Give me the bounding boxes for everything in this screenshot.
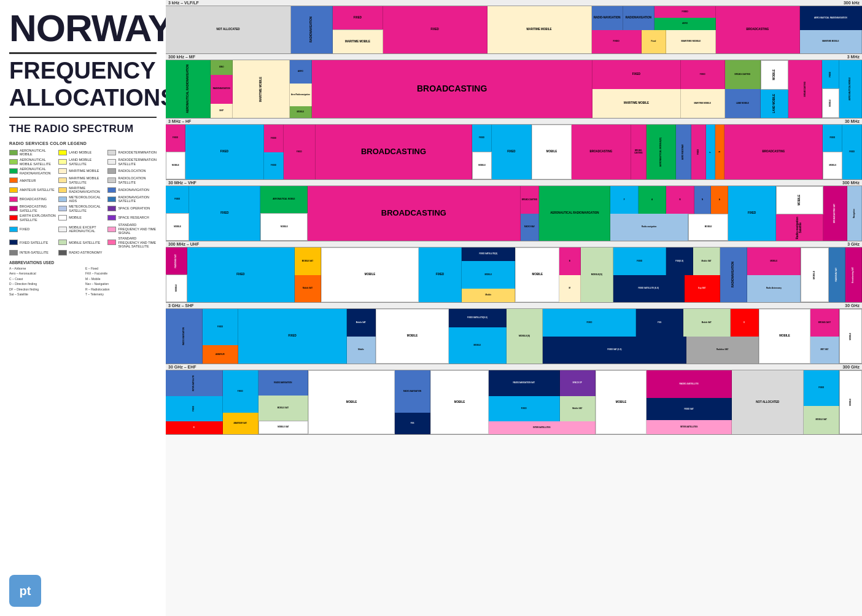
hf-label-mobile1: MOBILE bbox=[546, 150, 558, 154]
vhf-label-broadcasting: BROADCASTING bbox=[381, 208, 447, 218]
uhf-seg-radioloc: RADIONAVIGATION bbox=[720, 248, 747, 302]
uhf-seg-mobile-sat: MOBILE(S) bbox=[581, 248, 613, 302]
vhf-label-broad-rm: Radio-navigation Satellite bbox=[796, 214, 803, 241]
legend-item-mobile-sat: MOBILE SATELLITE bbox=[58, 236, 105, 249]
hf-label-fixed1: FIXED bbox=[220, 150, 229, 154]
legend-color-std-freq-sat bbox=[107, 240, 116, 245]
mf-label-mobile1: MOBILE bbox=[772, 69, 777, 81]
hf-label-broad3: BROAD-CASTING bbox=[631, 149, 646, 155]
uhf-seg-mobile-sat-c: Mobile SAT bbox=[693, 248, 720, 275]
vlf-col-rightmost: AERO-NAUTICAL RADIONAVIGATION MARITIME M… bbox=[800, 6, 862, 53]
vhf-seg-navigation: Navigation bbox=[847, 186, 862, 241]
shf-row-bot: FIXED SAT (E-S) Radioloc SAT bbox=[543, 337, 759, 364]
mf-seg-mar1: SHIP bbox=[211, 104, 233, 119]
shf-label-mobile-right: MOBILE bbox=[779, 334, 791, 338]
shf-col-start: FIXED AMATEUR bbox=[203, 309, 239, 364]
legend-item-radioloc-sat: RADIOLOCATION SATELLITE bbox=[107, 176, 157, 184]
mf-end-label: 3 MHz bbox=[847, 55, 860, 59]
uhf-label-fixed1: FIXED bbox=[236, 273, 245, 277]
uhf-label-met-final: Radio Astronomy bbox=[766, 287, 782, 290]
uhf-band-label-row: 300 MHz – UHF 3 GHz bbox=[166, 241, 862, 248]
uhf-label-fixed2: FIXED bbox=[435, 273, 445, 277]
ehf-seg-fixed-sm1: FIXED bbox=[223, 370, 258, 413]
uhf-seg-amateur2: Mobile SAT bbox=[295, 275, 321, 303]
ehf-label-inter-sat: INTER-SATELLITES bbox=[532, 426, 551, 429]
legend-color-met-sat bbox=[58, 206, 67, 211]
shf-seg-broad-final: BROAD-CAST bbox=[810, 309, 839, 337]
hf-start-label: 3 MHz – HF bbox=[168, 119, 191, 123]
mf-label-aero2: MOBILE bbox=[297, 111, 305, 114]
shf-label-mobile-last: MOBILE bbox=[849, 332, 852, 341]
hf-seg-fixed-a: FIXED bbox=[691, 125, 707, 179]
legend-label-aeronautical-mobile: AERONAUTICAL MOBILE bbox=[20, 149, 56, 157]
legend-item-maritime-mobile: MARITIME MOBILE bbox=[58, 167, 105, 175]
ehf-col-broad-sat: RADIO-SATELLITE FIXED SAT INTER-SATELLIT… bbox=[646, 370, 732, 434]
vlf-seg-broadcasting: BROADCASTING bbox=[716, 6, 799, 53]
shf-label-amateur1: AMATEUR bbox=[215, 353, 225, 356]
vlf-label-fixed-large: FIXED bbox=[430, 28, 439, 32]
ehf-seg-radionav-s1: INTER-SATELLITE bbox=[166, 370, 223, 396]
ehf-seg-fixed-sat-m: RADIO-NAVIGATION SAT bbox=[489, 370, 560, 396]
legend-item-mobile: MOBILE bbox=[58, 214, 105, 222]
hf-label-fixed-m1: FIXED bbox=[478, 136, 485, 139]
vhf-seg-broad-mid: BROAD-CASTING bbox=[521, 186, 540, 214]
legend-label-radiodet-sat: RADIODETERMINATION SATELLITE bbox=[118, 158, 157, 166]
legend-item-radio-astro: RADIO ASTRONOMY bbox=[58, 250, 105, 255]
uhf-row-complex-bot: FIXED SATELLITE (E-S) Exp SAT bbox=[613, 275, 720, 303]
hf-seg-mobile-m1: MOBILE bbox=[472, 152, 492, 180]
vhf-label-mobile1: MOBILE bbox=[280, 225, 289, 228]
chart-area: 3 kHz – VLF/LF 300 kHz NOT ALLOCATED RAD… bbox=[166, 0, 862, 616]
mf-label-broadcasting: BROADCASTING bbox=[416, 84, 487, 94]
vlf-label-maritime-large: MARITIME MOBILE bbox=[526, 28, 553, 32]
ehf-label-inter-sat2: INTER-SATELLITES bbox=[680, 426, 698, 429]
vlf-seg-met: MARITIME MOBILE bbox=[800, 30, 862, 54]
vhf-label-radionav-mid: RADIO NAV bbox=[524, 225, 535, 228]
vlf-seg-not-allocated: NOT ALLOCATED bbox=[166, 6, 291, 53]
vhf-row-right-top: F A B N A bbox=[610, 186, 728, 214]
mf-col-right: FIXED FIXED BROAD-CASTING MARITIME MOBIL… bbox=[592, 60, 761, 118]
vlf-label-aero-r2: AERO bbox=[681, 22, 688, 25]
uhf-col-fixed-sat: FIXED SATELLITE(S) MOBILE Mobile bbox=[462, 248, 515, 302]
ehf-label-fixed-s1: FIXED bbox=[192, 405, 195, 412]
uhf-seg-met-final: Radio Astronomy bbox=[747, 275, 801, 303]
ehf-col-final: FIXED MOBILE SAT bbox=[804, 370, 839, 434]
hf-label-mobile-final: MOBILE bbox=[828, 164, 837, 167]
uhf-band-row: RADIONAV SAT MOBILE FIXED MOBILE SAT Mob… bbox=[166, 248, 862, 303]
uhf-label-broad-final: MOBILE bbox=[770, 260, 779, 263]
vlf-label-not-allocated: NOT ALLOCATED bbox=[216, 28, 240, 32]
vlf-band-label-row: 3 kHz – VLF/LF 300 kHz bbox=[166, 0, 862, 6]
shf-seg-fixed1: FIXED bbox=[238, 309, 347, 364]
mf-seg-aero-mobile1: IONO bbox=[211, 60, 233, 75]
legend-color-broadcast-sat bbox=[9, 206, 18, 211]
vhf-row-right-bot: Radio-navigation MOBILE bbox=[610, 214, 728, 241]
divider-1 bbox=[9, 52, 157, 54]
shf-col-complex: FIXED FSS Mobile SAT E FIXED SAT (E-S) R… bbox=[543, 309, 759, 364]
legend-item-mobile-except: MOBILE EXCEPT AERONAUTICAL bbox=[58, 223, 105, 235]
legend-color-amateur bbox=[9, 177, 18, 183]
vhf-label-aero-radionav: AERONAUTICAL RADIONAVIGATION bbox=[549, 211, 599, 216]
abbrev-item-5: C – Coast bbox=[9, 277, 80, 282]
legend-color-earth-exploration bbox=[9, 215, 18, 220]
vhf-seg-broadcast-sat: BROADCASTING SAT bbox=[823, 186, 847, 241]
mf-band-label-row: 300 kHz – MF 3 MHz bbox=[166, 54, 862, 60]
vlf-label-maritime-bottom: MARITIME MOBILE bbox=[344, 40, 371, 44]
legend-label-inter-sat: INTER-SATELLITE bbox=[20, 251, 49, 255]
legend-color-radionavigation bbox=[107, 187, 116, 193]
divider-2 bbox=[9, 117, 157, 118]
legend-label-aero-radionav: AERONAUTICAL RADIONAVIGATION bbox=[20, 167, 56, 175]
abbrev-item-1: A – Airborne bbox=[9, 267, 80, 271]
hf-seg-radionav-a: AERO RADIONAV bbox=[676, 125, 691, 179]
vhf-label-ama-r1: A bbox=[718, 198, 721, 201]
ehf-seg-mobile2: MOBILE bbox=[430, 370, 489, 434]
legend-item-broadcast-sat: BROADCASTING SATELLITE bbox=[9, 205, 56, 212]
uhf-seg-mobile1: MOBILE bbox=[321, 248, 419, 302]
uhf-label-mobile2: MOBILE bbox=[531, 273, 543, 277]
legend-color-space-operation bbox=[107, 206, 116, 211]
uhf-seg-fixed-c1: FIXED bbox=[613, 248, 666, 275]
uhf-label-broad1: B bbox=[569, 260, 571, 263]
legend-color-radio-astro bbox=[58, 250, 67, 255]
legend-item-earth-exploration: EARTH EXPLORATION SATELLITE bbox=[9, 214, 56, 222]
ehf-row-mid-bottom: INTER-SATELLITES bbox=[489, 421, 596, 434]
legend-item-land-mobile-sat: LAND MOBILE SATELLITE bbox=[58, 158, 105, 166]
hf-col-mid: FIXED MOBILE bbox=[472, 125, 492, 179]
